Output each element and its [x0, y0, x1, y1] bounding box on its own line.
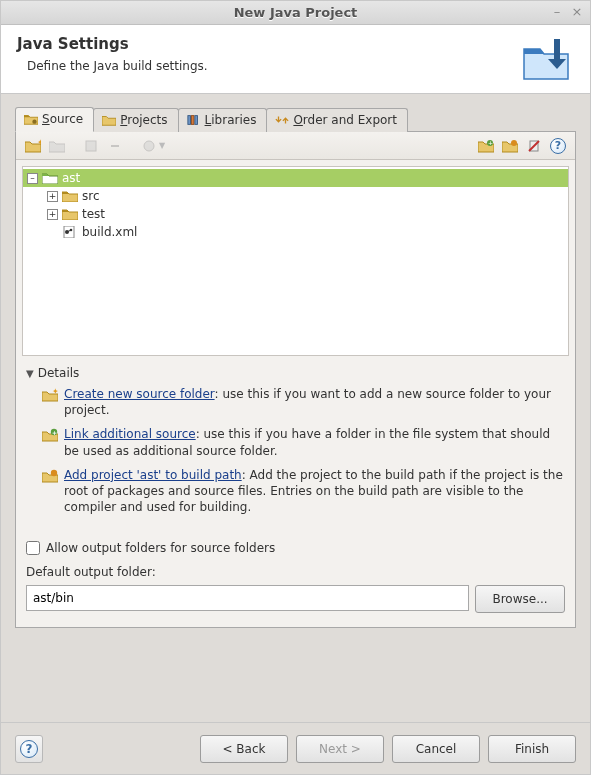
- new-source-folder-button[interactable]: ✦: [22, 135, 44, 157]
- folder-icon: [62, 208, 78, 220]
- edit-button: [80, 135, 102, 157]
- tab-source[interactable]: Source: [15, 107, 94, 132]
- source-tab-body: ✦ ▼ + ? – ast: [15, 132, 576, 628]
- details-section: ▼ Details ✦ Create new source folder: us…: [16, 362, 575, 533]
- window-title: New Java Project: [234, 5, 358, 20]
- expand-icon[interactable]: +: [47, 209, 58, 220]
- folder-icon: [62, 190, 78, 202]
- window-buttons: – ×: [550, 5, 584, 19]
- help-icon: ?: [20, 740, 38, 758]
- allow-output-folders-row[interactable]: Allow output folders for source folders: [16, 533, 575, 559]
- page-title: Java Settings: [17, 35, 518, 53]
- back-button[interactable]: < Back: [200, 735, 288, 763]
- link-source-icon: +: [42, 427, 58, 443]
- browse-button[interactable]: Browse...: [475, 585, 565, 613]
- tree-item-label: src: [82, 189, 100, 203]
- svg-point-6: [32, 119, 36, 123]
- add-jar-button[interactable]: +: [475, 135, 497, 157]
- ant-file-icon: [62, 226, 78, 238]
- svg-text:✦: ✦: [52, 387, 58, 396]
- add-project-buildpath-link[interactable]: Add project 'ast' to build path: [64, 468, 242, 482]
- add-to-buildpath-icon: [42, 468, 58, 484]
- next-button: Next >: [296, 735, 384, 763]
- default-output-input[interactable]: [26, 585, 469, 611]
- dialog-window: New Java Project – × Java Settings Defin…: [0, 0, 591, 775]
- expand-triangle-icon: ▼: [26, 368, 34, 379]
- tree-item-label: build.xml: [82, 225, 137, 239]
- libraries-icon: [187, 114, 201, 126]
- tree-toolbar: ✦ ▼ + ?: [16, 132, 575, 160]
- details-label: Details: [38, 366, 80, 380]
- footer-help-button[interactable]: ?: [15, 735, 43, 763]
- projects-icon: [102, 114, 116, 126]
- tab-order-export[interactable]: Order and Export: [266, 108, 408, 132]
- tree-item-label: test: [82, 207, 105, 221]
- remove-button: [104, 135, 126, 157]
- tabstrip: Source Projects Libraries Order and Expo…: [15, 106, 576, 132]
- source-tree[interactable]: – ast + src + test: [22, 166, 569, 356]
- tree-item-test[interactable]: + test: [23, 205, 568, 223]
- default-output-row: Browse...: [16, 581, 575, 627]
- svg-text:✦: ✦: [37, 139, 41, 147]
- svg-point-40: [51, 470, 57, 476]
- create-source-folder-link[interactable]: Create new source folder: [64, 387, 215, 401]
- detail-add-project: Add project 'ast' to build path: Add the…: [42, 467, 565, 516]
- svg-marker-7: [102, 117, 116, 126]
- toggle-button: [138, 135, 160, 157]
- finish-button[interactable]: Finish: [488, 735, 576, 763]
- delete-button[interactable]: [523, 135, 545, 157]
- new-source-folder-icon: ✦: [25, 139, 41, 153]
- new-source-folder-icon: ✦: [42, 387, 58, 403]
- order-export-icon: [275, 114, 289, 126]
- tree-root-label: ast: [62, 171, 80, 185]
- collapse-icon[interactable]: –: [27, 173, 38, 184]
- cancel-button[interactable]: Cancel: [392, 735, 480, 763]
- titlebar: New Java Project – ×: [1, 1, 590, 25]
- svg-rect-2: [554, 39, 560, 59]
- detail-link-source: + Link additional source: use this if yo…: [42, 426, 565, 458]
- link-source-button: [46, 135, 68, 157]
- tab-projects[interactable]: Projects: [93, 108, 178, 132]
- footer: ? < Back Next > Cancel Finish: [1, 722, 590, 774]
- svg-rect-10: [194, 116, 197, 125]
- detail-create-folder: ✦ Create new source folder: use this if …: [42, 386, 565, 418]
- svg-rect-14: [86, 141, 96, 151]
- content-area: Source Projects Libraries Order and Expo…: [1, 94, 590, 722]
- page-subtitle: Define the Java build settings.: [27, 59, 518, 73]
- delete-icon: [527, 139, 541, 153]
- project-folder-icon: [42, 172, 58, 184]
- configure-button[interactable]: [499, 135, 521, 157]
- add-jar-icon: +: [478, 139, 494, 153]
- configure-icon: [502, 139, 518, 153]
- tree-item-src[interactable]: + src: [23, 187, 568, 205]
- help-icon: ?: [550, 138, 566, 154]
- allow-output-folders-checkbox[interactable]: [26, 541, 40, 555]
- link-additional-source-link[interactable]: Link additional source: [64, 427, 196, 441]
- source-folder-icon: [24, 113, 38, 125]
- minimize-button[interactable]: –: [550, 5, 564, 19]
- svg-rect-8: [187, 116, 190, 125]
- svg-text:+: +: [488, 139, 493, 146]
- svg-point-16: [144, 141, 154, 151]
- svg-point-21: [511, 140, 517, 146]
- svg-rect-9: [191, 116, 194, 125]
- tree-root[interactable]: – ast: [23, 169, 568, 187]
- header: Java Settings Define the Java build sett…: [1, 25, 590, 94]
- expand-icon[interactable]: +: [47, 191, 58, 202]
- svg-text:+: +: [52, 429, 57, 436]
- tab-libraries[interactable]: Libraries: [178, 108, 268, 132]
- help-button[interactable]: ?: [547, 135, 569, 157]
- default-output-label: Default output folder:: [16, 559, 575, 581]
- details-header[interactable]: ▼ Details: [26, 366, 565, 380]
- svg-marker-13: [49, 142, 65, 152]
- close-button[interactable]: ×: [570, 5, 584, 19]
- tree-item-buildxml[interactable]: build.xml: [23, 223, 568, 241]
- wizard-icon: [518, 35, 574, 83]
